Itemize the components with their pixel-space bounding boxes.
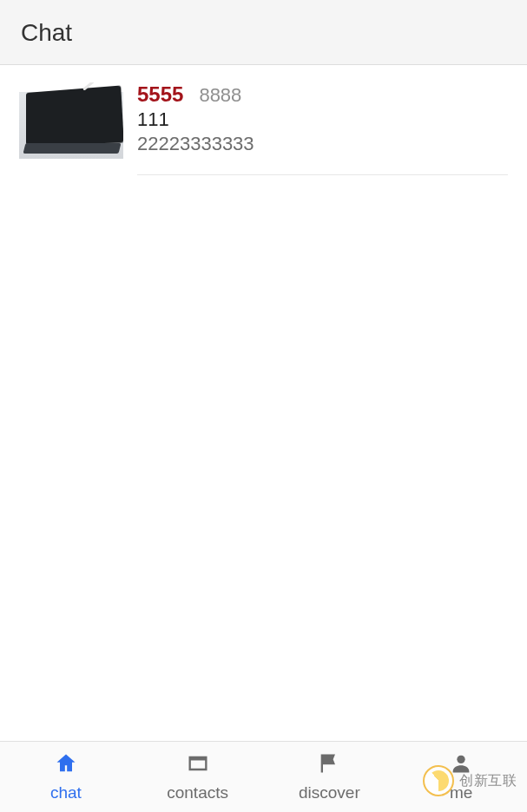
tab-me[interactable]: me [395,742,527,812]
header: Chat [0,0,527,65]
window-icon [186,751,210,780]
flag-icon [317,751,341,780]
item-body: 5555 8888 111 22223333333 [137,82,508,175]
list-item[interactable]: 5555 8888 111 22223333333 [0,65,527,175]
item-code-secondary: 8888 [199,84,241,107]
tab-label: chat [50,783,82,802]
item-thumbnail [19,82,123,159]
item-line2: 111 [137,108,508,131]
tab-chat[interactable]: chat [0,742,132,812]
tab-label: me [450,783,472,802]
tab-contacts[interactable]: contacts [132,742,264,812]
item-line3: 22223333333 [137,133,508,155]
page-title: Chat [21,19,506,47]
item-code-primary: 5555 [137,82,183,107]
tab-label: discover [299,783,360,802]
tab-discover[interactable]: discover [264,742,396,812]
tab-label: contacts [167,783,228,802]
home-icon [54,751,78,780]
item-line1: 5555 8888 [137,82,508,107]
person-icon [449,751,473,780]
svg-point-0 [457,756,464,763]
chat-list: 5555 8888 111 22223333333 [0,65,527,741]
tab-bar: chat contacts discover me [0,741,527,812]
